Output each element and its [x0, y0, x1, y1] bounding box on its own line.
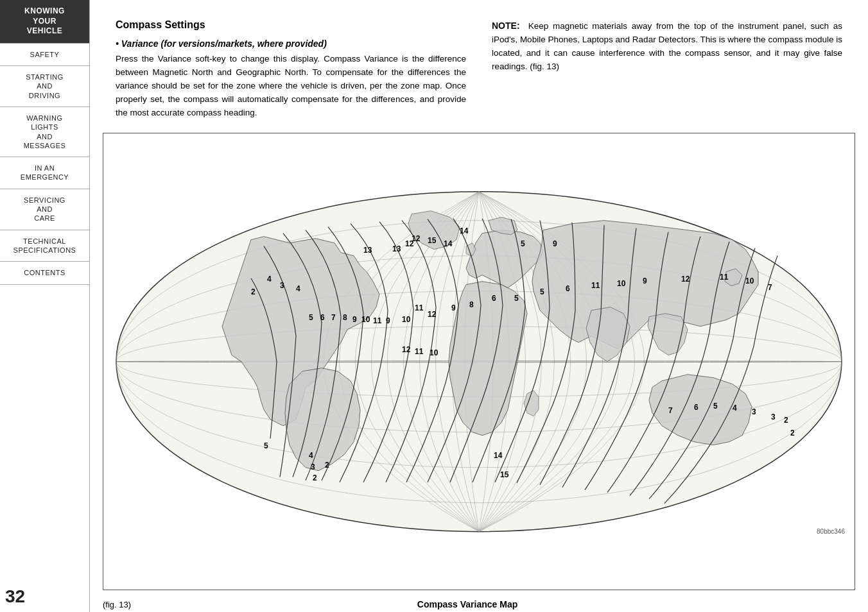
- svg-text:11: 11: [415, 346, 424, 355]
- svg-text:6: 6: [320, 312, 325, 321]
- right-column: NOTE: Keep magnetic materials away from …: [492, 19, 842, 120]
- svg-text:6: 6: [492, 293, 496, 302]
- svg-text:9: 9: [643, 276, 647, 285]
- svg-text:15: 15: [428, 235, 437, 244]
- svg-text:11: 11: [591, 280, 600, 289]
- svg-text:5: 5: [264, 441, 268, 450]
- left-column: Compass Settings • Variance (for version…: [116, 19, 466, 120]
- svg-text:5: 5: [514, 293, 519, 302]
- content-top: Compass Settings • Variance (for version…: [90, 0, 868, 133]
- svg-text:5: 5: [713, 401, 718, 410]
- svg-text:7: 7: [668, 405, 673, 414]
- svg-text:11: 11: [720, 272, 729, 281]
- svg-text:10: 10: [745, 276, 754, 285]
- svg-text:8: 8: [469, 300, 474, 309]
- svg-text:9: 9: [553, 239, 557, 248]
- figure-code-text: 80bbc346: [817, 527, 845, 534]
- svg-text:2: 2: [313, 473, 317, 482]
- svg-text:8: 8: [343, 312, 347, 321]
- sidebar-bottom: 32: [0, 574, 89, 612]
- svg-text:2: 2: [251, 287, 256, 296]
- svg-text:13: 13: [363, 245, 372, 254]
- sidebar-item-servicing-and-care[interactable]: SERVICINGANDCARE: [0, 189, 89, 230]
- sidebar-item-in-an-emergency[interactable]: IN ANEMERGENCY: [0, 157, 89, 189]
- svg-text:6: 6: [566, 284, 570, 293]
- sidebar-item-safety[interactable]: SAFETY: [0, 44, 89, 66]
- sidebar-item-warning-lights[interactable]: WARNINGLIGHTSANDMESSAGES: [0, 107, 89, 157]
- svg-text:10: 10: [617, 278, 626, 287]
- svg-text:12: 12: [412, 234, 421, 242]
- svg-text:14: 14: [444, 239, 453, 248]
- svg-text:2: 2: [325, 460, 329, 469]
- svg-text:10: 10: [402, 314, 411, 323]
- compass-variance-map-svg: 2 4 3 4 5 6 7 8 9 10 11 9 10 11 12 12 11…: [103, 133, 855, 590]
- svg-text:4: 4: [296, 284, 300, 293]
- svg-text:15: 15: [500, 470, 509, 479]
- svg-text:13: 13: [392, 244, 401, 253]
- svg-text:5: 5: [309, 312, 313, 321]
- svg-text:5: 5: [521, 239, 525, 248]
- section-title: Compass Settings: [116, 19, 466, 31]
- svg-text:9: 9: [451, 303, 456, 312]
- map-container: 2 4 3 4 5 6 7 8 9 10 11 9 10 11 12 12 11…: [103, 133, 855, 590]
- note-body: Keep magnetic materials away from the to…: [492, 21, 842, 71]
- svg-text:3: 3: [280, 280, 284, 289]
- map-footer: (fig. 13) Compass Variance Map: [90, 597, 868, 612]
- note-text: NOTE: Keep magnetic materials away from …: [492, 19, 842, 74]
- svg-text:10: 10: [430, 348, 438, 357]
- bullet-item: • Variance (for versions/markets, where …: [116, 38, 466, 49]
- figure-label: (fig. 13): [103, 600, 131, 609]
- svg-text:9: 9: [386, 316, 390, 325]
- svg-text:3: 3: [771, 412, 776, 421]
- svg-text:10: 10: [361, 314, 370, 323]
- svg-text:4: 4: [267, 274, 272, 283]
- sidebar-item-starting-and-driving[interactable]: STARTINGANDDRIVING: [0, 66, 89, 107]
- svg-text:5: 5: [540, 287, 544, 296]
- main-content: Compass Settings • Variance (for version…: [90, 0, 868, 612]
- svg-text:9: 9: [352, 314, 357, 323]
- sidebar: KNOWINGYOURVEHICLE SAFETY STARTINGANDDRI…: [0, 0, 90, 612]
- svg-text:2: 2: [790, 428, 795, 437]
- svg-text:14: 14: [494, 450, 503, 459]
- sidebar-item-knowing-your-vehicle[interactable]: KNOWINGYOURVEHICLE: [0, 0, 89, 44]
- svg-text:3: 3: [752, 407, 756, 416]
- map-caption-title: Compass Variance Map: [131, 599, 804, 609]
- body-text: Press the Variance soft-key to change th…: [116, 53, 466, 120]
- sidebar-item-technical-specifications[interactable]: TECHNICALSPECIFICATIONS: [0, 230, 89, 262]
- svg-text:11: 11: [373, 316, 382, 325]
- svg-text:7: 7: [331, 312, 336, 321]
- sidebar-item-contents[interactable]: CONTENTS: [0, 262, 89, 284]
- svg-text:4: 4: [309, 450, 313, 459]
- svg-text:2: 2: [784, 415, 788, 424]
- svg-text:12: 12: [402, 344, 411, 353]
- svg-text:12: 12: [428, 309, 437, 318]
- note-label: NOTE:: [492, 21, 520, 31]
- svg-text:11: 11: [415, 303, 424, 312]
- svg-text:7: 7: [768, 282, 772, 291]
- svg-text:4: 4: [733, 403, 737, 412]
- svg-text:3: 3: [311, 462, 315, 471]
- page-number: 32: [0, 574, 89, 612]
- svg-text:14: 14: [460, 226, 469, 235]
- svg-text:6: 6: [694, 402, 699, 411]
- svg-text:12: 12: [681, 274, 690, 283]
